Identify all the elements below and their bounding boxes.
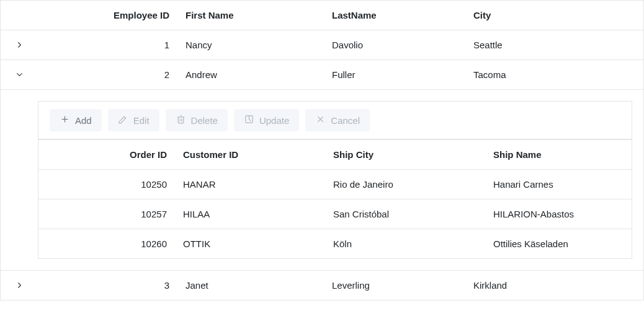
trash-icon (176, 114, 186, 126)
pencil-icon (118, 114, 128, 126)
plus-icon (60, 114, 70, 126)
chevron-right-icon[interactable] (12, 278, 27, 293)
chevron-right-icon[interactable] (12, 38, 27, 53)
cancel-button[interactable]: Cancel (305, 109, 370, 131)
table-row[interactable]: 10250 HANAR Rio de Janeiro Hanari Carnes (38, 169, 632, 199)
cell-last-name: Fuller (327, 69, 468, 80)
add-button[interactable]: Add (50, 109, 102, 131)
detail-header-row: Order ID Customer ID Ship City Ship Name (38, 139, 632, 169)
cell-city: Kirkland (468, 280, 643, 291)
cell-city: Seattle (468, 40, 643, 50)
cell-city: Tacoma (468, 69, 643, 80)
update-button-label: Update (259, 115, 289, 126)
update-icon (244, 114, 254, 126)
cell-last-name: Leverling (327, 280, 468, 291)
table-row[interactable]: 2 Andrew Fuller Tacoma (1, 59, 643, 89)
cell-order-id: 10257 (38, 209, 178, 219)
cell-employee-id: 1 (38, 40, 181, 50)
cell-first-name: Nancy (181, 40, 327, 50)
cell-customer-id: HILAA (178, 209, 328, 219)
update-button[interactable]: Update (234, 109, 299, 131)
detail-panel: Add Edit Delete (1, 89, 643, 270)
close-icon (315, 114, 326, 126)
column-header-last-name[interactable]: LastName (327, 10, 468, 20)
table-row[interactable]: 10257 HILAA San Cristóbal HILARION-Abast… (38, 199, 632, 229)
detail-grid: Add Edit Delete (38, 101, 632, 259)
cell-customer-id: HANAR (178, 179, 328, 190)
cell-ship-name: Ottilies Käseladen (488, 239, 632, 249)
master-grid: Employee ID First Name LastName City 1 N… (0, 0, 644, 300)
table-row[interactable]: 1 Nancy Davolio Seattle (1, 30, 643, 59)
master-header-row: Employee ID First Name LastName City (1, 0, 643, 30)
column-header-city[interactable]: City (468, 10, 643, 20)
cell-ship-name: Hanari Carnes (488, 179, 632, 190)
cell-employee-id: 3 (38, 280, 181, 291)
column-header-ship-city[interactable]: Ship City (328, 149, 488, 160)
chevron-down-icon[interactable] (12, 68, 27, 82)
cell-customer-id: OTTIK (178, 239, 328, 249)
edit-button[interactable]: Edit (108, 109, 159, 131)
cell-first-name: Janet (181, 280, 327, 291)
cell-employee-id: 2 (38, 69, 181, 80)
cell-ship-city: San Cristóbal (328, 209, 488, 219)
delete-button-label: Delete (191, 115, 218, 126)
delete-button[interactable]: Delete (166, 109, 228, 131)
column-header-employee-id[interactable]: Employee ID (38, 10, 181, 20)
column-header-order-id[interactable]: Order ID (38, 149, 178, 160)
cell-order-id: 10250 (38, 179, 178, 190)
column-header-first-name[interactable]: First Name (181, 10, 327, 20)
cell-ship-city: Rio de Janeiro (328, 179, 488, 190)
column-header-ship-name[interactable]: Ship Name (488, 149, 632, 160)
detail-toolbar: Add Edit Delete (38, 102, 632, 139)
column-header-customer-id[interactable]: Customer ID (178, 149, 328, 160)
edit-button-label: Edit (133, 115, 150, 126)
cell-ship-name: HILARION-Abastos (488, 209, 632, 219)
cancel-button-label: Cancel (331, 115, 360, 126)
cell-first-name: Andrew (181, 69, 327, 80)
cell-order-id: 10260 (38, 239, 178, 249)
cell-ship-city: Köln (328, 239, 488, 249)
add-button-label: Add (75, 115, 92, 126)
table-row[interactable]: 3 Janet Leverling Kirkland (1, 270, 643, 300)
table-row[interactable]: 10260 OTTIK Köln Ottilies Käseladen (38, 229, 632, 258)
cell-last-name: Davolio (327, 40, 468, 50)
